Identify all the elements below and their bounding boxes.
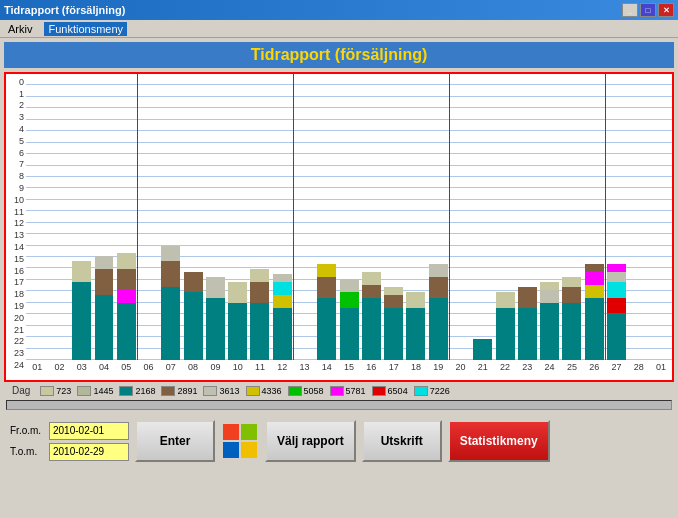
bar-segment: [228, 282, 247, 303]
window-title: Tidrapport (försäljning): [4, 4, 125, 16]
bar-segment: [496, 308, 515, 360]
enter-button[interactable]: Enter: [135, 420, 215, 462]
bar-segment: [273, 308, 292, 360]
maximize-button[interactable]: □: [640, 3, 656, 17]
bar-segment: [518, 308, 537, 360]
day-col: [516, 74, 538, 360]
statistikmeny-button[interactable]: Statistikmeny: [448, 420, 550, 462]
utskrift-button[interactable]: Utskrift: [362, 420, 442, 462]
day-col: [115, 74, 137, 360]
to-label: T.o.m.: [10, 446, 45, 457]
bar-segment: [117, 290, 136, 303]
y-label: 3: [6, 111, 26, 123]
from-label: Fr.o.m.: [10, 425, 45, 436]
bar-segment: [607, 282, 626, 298]
legend-color-box: [372, 386, 386, 396]
legend-label: 6504: [388, 386, 408, 396]
valj-rapport-button[interactable]: Välj rapport: [265, 420, 356, 462]
day-col: [204, 74, 226, 360]
y-label: 4: [6, 123, 26, 135]
svg-rect-3: [241, 442, 257, 458]
y-label: 22: [6, 336, 26, 348]
bar-segment: [340, 279, 359, 292]
day-col: [249, 74, 271, 360]
day-col: [26, 74, 48, 360]
title-bar: Tidrapport (försäljning) _ □ ✕: [0, 0, 678, 20]
y-label: 10: [6, 194, 26, 206]
legend-item: 5781: [330, 386, 366, 396]
day-col: [494, 74, 516, 360]
legend-item: 2891: [161, 386, 197, 396]
x-label: 06: [137, 362, 159, 372]
bar-segment: [206, 298, 225, 360]
x-label: 05: [115, 362, 137, 372]
day-col: [338, 74, 360, 360]
day-col: [583, 74, 605, 360]
bar-segment: [273, 295, 292, 308]
legend-color-box: [330, 386, 344, 396]
bar-segment: [250, 282, 269, 303]
y-label: 21: [6, 324, 26, 336]
day-col: [271, 74, 293, 360]
menu-arkiv[interactable]: Arkiv: [4, 22, 36, 36]
y-label: 11: [6, 206, 26, 218]
y-label: 18: [6, 288, 26, 300]
y-label: 15: [6, 253, 26, 265]
bar-segment: [384, 287, 403, 295]
x-label: 24: [538, 362, 560, 372]
legend-label: 2168: [135, 386, 155, 396]
legend-color-box: [414, 386, 428, 396]
chart-container: 0123456789101112131415161718192021222324…: [4, 72, 674, 382]
legend-label: 4336: [262, 386, 282, 396]
legend-item: 723: [40, 386, 71, 396]
y-label: 13: [6, 229, 26, 241]
bar-segment: [518, 287, 537, 308]
bar-segment: [161, 246, 180, 262]
close-button[interactable]: ✕: [658, 3, 674, 17]
day-col: [449, 74, 471, 360]
bar-segment: [585, 285, 604, 298]
y-label: 12: [6, 218, 26, 230]
legend-color-box: [246, 386, 260, 396]
x-label: 14: [316, 362, 338, 372]
menu-funktionsmeny[interactable]: Funktionsmeny: [44, 22, 127, 36]
x-label: 07: [160, 362, 182, 372]
to-date-input[interactable]: [49, 443, 129, 461]
bar-segment: [607, 264, 626, 272]
day-col: [405, 74, 427, 360]
windows-icon[interactable]: [221, 422, 259, 460]
x-label: 03: [71, 362, 93, 372]
x-label: 10: [227, 362, 249, 372]
bar-segment: [429, 277, 448, 298]
y-label: 7: [6, 159, 26, 171]
day-col: [605, 74, 627, 360]
menu-bar: Arkiv Funktionsmeny: [0, 20, 678, 38]
x-label: 20: [449, 362, 471, 372]
y-label: 9: [6, 182, 26, 194]
x-label: 09: [204, 362, 226, 372]
x-label: 11: [249, 362, 271, 372]
x-label: 27: [605, 362, 627, 372]
legend-item: 2168: [119, 386, 155, 396]
day-col: [383, 74, 405, 360]
bar-segment: [562, 303, 581, 360]
bar-segment: [317, 277, 336, 298]
x-label: 01: [650, 362, 672, 372]
day-col: [48, 74, 70, 360]
bar-segment: [206, 277, 225, 298]
minimize-button[interactable]: _: [622, 3, 638, 17]
legend-color-box: [119, 386, 133, 396]
bar-segment: [362, 272, 381, 285]
bar-segment: [317, 298, 336, 360]
bar-segment: [250, 269, 269, 282]
legend-label: 5058: [304, 386, 324, 396]
day-col: [538, 74, 560, 360]
y-label: 16: [6, 265, 26, 277]
dag-label: Dag: [8, 385, 34, 396]
scrollbar[interactable]: [6, 400, 672, 410]
day-col: [160, 74, 182, 360]
svg-rect-0: [223, 424, 239, 440]
y-label: 20: [6, 312, 26, 324]
from-date-input[interactable]: [49, 422, 129, 440]
day-col: [316, 74, 338, 360]
